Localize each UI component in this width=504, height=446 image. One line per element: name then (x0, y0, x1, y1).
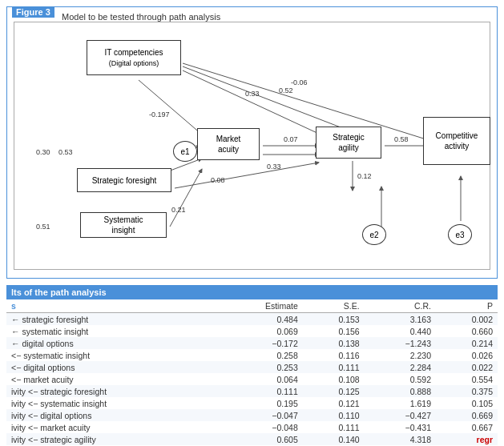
strategic-agility-box: Strategicagility (316, 127, 381, 159)
row-p: 0.660 (436, 325, 498, 337)
svg-text:0.33: 0.33 (267, 163, 281, 171)
it-competencies-label: IT competencies(Digital options) (104, 47, 163, 69)
svg-text:0.30: 0.30 (36, 148, 50, 156)
e3-label: e3 (455, 231, 464, 239)
table-row: ivity <− digital options−0.0470.110−0.42… (6, 409, 498, 421)
row-cr: 2.284 (365, 361, 436, 373)
svg-text:0.58: 0.58 (394, 135, 409, 143)
diagram-area: -0.06 -0.197 0.33 0.52 0.30 0.53 0.07 0.… (14, 22, 490, 270)
table-row: ← digital options−0.1720.138−1.2430.214 (6, 337, 498, 349)
row-se: 0.111 (303, 361, 365, 373)
results-table: s Estimate S.E. C.R. P ← strategic fores… (6, 299, 498, 445)
strategic-foresight-box: Strategic foresight (77, 168, 171, 192)
row-estimate: 0.258 (217, 349, 302, 361)
table-section: lts of the path analysis s Estimate S.E.… (6, 285, 498, 445)
row-cr: −1.243 (365, 337, 436, 349)
svg-text:0.53: 0.53 (58, 148, 73, 156)
svg-text:0.33: 0.33 (245, 90, 260, 98)
systematic-insight-box: Systematicinsight (80, 212, 167, 238)
row-p: 0.002 (436, 313, 498, 326)
svg-line-24 (170, 169, 202, 227)
row-estimate: −0.172 (217, 337, 302, 349)
table-row: <− market acuity0.0640.1080.5920.554 (6, 373, 498, 385)
row-label: ← digital options (6, 337, 217, 349)
svg-text:0.07: 0.07 (284, 135, 298, 143)
competitive-activity-label: Competitiveactivity (436, 131, 478, 151)
row-se: 0.108 (303, 373, 365, 385)
row-cr: −0.427 (365, 409, 436, 421)
table-row: <− digital options0.2530.1112.2840.022 (6, 361, 498, 373)
strategic-agility-label: Strategicagility (333, 132, 364, 153)
e2-ellipse: e2 (362, 224, 386, 245)
col-p-header: P (436, 299, 498, 313)
table-row: ← strategic foresight0.4840.1533.1630.00… (6, 313, 498, 326)
row-p: 0.022 (436, 361, 498, 373)
row-se: 0.138 (303, 337, 365, 349)
row-p: 0.214 (436, 337, 498, 349)
row-se: 0.140 (303, 433, 365, 445)
svg-text:0.51: 0.51 (36, 223, 50, 231)
table-header: lts of the path analysis (6, 285, 498, 299)
e1-ellipse: e1 (173, 141, 197, 162)
row-se: 0.156 (303, 325, 365, 337)
row-label: ivity <− systematic insight (6, 397, 217, 409)
table-row: <− systematic insight0.2580.1162.2300.02… (6, 349, 498, 361)
row-label: ← systematic insight (6, 325, 217, 337)
svg-text:0.21: 0.21 (171, 206, 186, 214)
row-label: ivity <− digital options (6, 409, 217, 421)
row-label: <− digital options (6, 361, 217, 373)
row-estimate: 0.111 (217, 385, 302, 397)
svg-line-17 (175, 163, 319, 188)
row-se: 0.116 (303, 349, 365, 361)
row-cr: 3.163 (365, 313, 436, 326)
row-p: 0.105 (436, 397, 498, 409)
row-se: 0.121 (303, 397, 365, 409)
row-estimate: 0.195 (217, 397, 302, 409)
row-p: 0.554 (436, 373, 498, 385)
row-p: 0.026 (436, 349, 498, 361)
row-estimate: 0.064 (217, 373, 302, 385)
col-cr-header: C.R. (365, 299, 436, 313)
table-body: ← strategic foresight0.4840.1533.1630.00… (6, 313, 498, 446)
row-label: ivity <− market acuity (6, 421, 217, 433)
figure-section: Figure 3 Model to be tested through path… (6, 6, 498, 279)
svg-line-2 (139, 80, 202, 135)
row-cr: 4.318 (365, 433, 436, 445)
table-row: ivity <− strategic agility0.6050.1404.31… (6, 433, 498, 445)
it-competencies-box: IT competencies(Digital options) (87, 40, 181, 75)
row-label: ivity <− strategic foresight (6, 385, 217, 397)
row-label: ← strategic foresight (6, 313, 217, 326)
col-estimate-header: Estimate (217, 299, 302, 313)
col-label-s: s (11, 301, 16, 311)
row-estimate: 0.605 (217, 433, 302, 445)
row-label: <− systematic insight (6, 349, 217, 361)
row-cr: 0.440 (365, 325, 436, 337)
svg-line-6 (183, 66, 351, 131)
e2-label: e2 (369, 231, 378, 239)
row-se: 0.111 (303, 421, 365, 433)
competitive-activity-box: Competitiveactivity (423, 117, 490, 165)
row-estimate: 0.069 (217, 325, 302, 337)
strategic-foresight-label: Strategic foresight (92, 175, 157, 186)
svg-text:0.12: 0.12 (357, 172, 372, 180)
table-row: ivity <− systematic insight0.1950.1211.6… (6, 397, 498, 409)
e1-label: e1 (180, 147, 189, 156)
row-estimate: 0.253 (217, 361, 302, 373)
row-cr: 2.230 (365, 349, 436, 361)
row-estimate: 0.484 (217, 313, 302, 326)
e3-ellipse: e3 (448, 224, 472, 245)
svg-line-4 (183, 70, 321, 135)
systematic-insight-label: Systematicinsight (104, 215, 143, 235)
table-header-text: lts of the path analysis (11, 287, 107, 297)
col-se-header: S.E. (303, 299, 365, 313)
row-p: 0.667 (436, 421, 498, 433)
row-cr: 0.888 (365, 385, 436, 397)
row-label: <− market acuity (6, 373, 217, 385)
row-p: 0.375 (436, 385, 498, 397)
row-se: 0.110 (303, 409, 365, 421)
row-p: regr (436, 433, 498, 445)
svg-text:-0.197: -0.197 (149, 110, 170, 119)
row-se: 0.125 (303, 385, 365, 397)
svg-text:0.08: 0.08 (211, 176, 225, 184)
col-label-header: s (6, 299, 217, 313)
